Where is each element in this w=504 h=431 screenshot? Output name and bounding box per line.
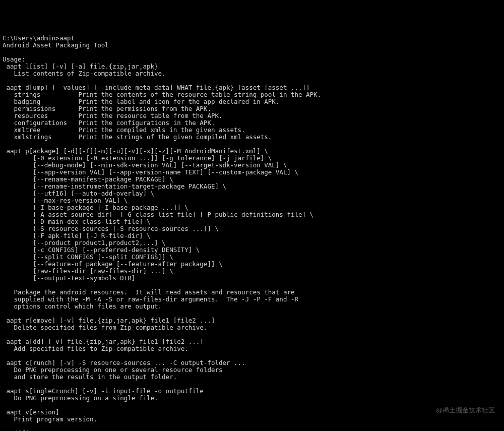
terminal-line: aapt c[runch] [-v] -S resource-sources .…: [3, 359, 501, 366]
terminal-line: configurations Print the configurations …: [3, 119, 501, 127]
terminal-line: [-c CONFIGS] [--preferred-density DENSIT…: [3, 247, 501, 254]
terminal-line: aapt r[emove] [-v] file.{zip,jar,apk} fi…: [3, 317, 501, 324]
terminal-line: aapt l[ist] [-v] [-a] file.{zip,jar,apk}: [3, 63, 501, 70]
terminal-line: [3, 310, 501, 317]
terminal-line: strings Print the contents of the resour…: [3, 91, 501, 98]
terminal-line: aapt a[dd] [-v] file.{zip,jar,apk} file1…: [3, 338, 501, 345]
terminal-line: aapt p[ackage] [-d][-f][-m][-u][-v][-x][…: [3, 148, 501, 155]
terminal-line: aapt d[ump] [--values] [--include-meta-d…: [3, 84, 501, 91]
terminal-line: xmltree Print the compiled xmls in the g…: [3, 127, 501, 134]
terminal-line: [--output-text-symbols DIR]: [3, 275, 501, 282]
terminal-line: List contents of Zip-compatible archive.: [3, 70, 501, 77]
terminal-line: [--debug-mode] [--min-sdk-version VAL] […: [3, 162, 501, 169]
terminal-line: [-0 extension [-0 extension ...]] [-g to…: [3, 155, 501, 162]
watermark: @稀土掘金技术社区: [436, 407, 495, 414]
terminal-line: [-F apk-file] [-J R-file-dir] \: [3, 232, 501, 239]
terminal-line: Print program version.: [3, 416, 501, 423]
terminal-line: aapt v[ersion]: [3, 409, 501, 416]
terminal-line: [3, 331, 501, 338]
terminal-line: [3, 282, 501, 289]
terminal-line: Do PNG preprocessing on a single file.: [3, 395, 501, 402]
terminal-line: [3, 381, 501, 388]
terminal-line: resources Print the resource table from …: [3, 112, 501, 119]
terminal-line: Do PNG preprocessing on one or several r…: [3, 366, 501, 374]
terminal-line: permissions Print the permissions from t…: [3, 105, 501, 112]
terminal-line: Package the android resources. It will r…: [3, 289, 501, 296]
terminal-line: [-D main-dex-class-list-file] \: [3, 218, 501, 225]
terminal-output: C:\Users\admin>aaptAndroid Asset Packagi…: [0, 35, 504, 432]
terminal-line: [--utf16] [--auto-add-overlay] \: [3, 190, 501, 197]
terminal-line: [--split CONFIGS [--split CONFIGS]] \: [3, 254, 501, 261]
terminal-line: [--app-version VAL] [--app-version-name …: [3, 169, 501, 176]
terminal-line: xmlstrings Print the strings of the give…: [3, 134, 501, 141]
terminal-line: [--max-res-version VAL] \: [3, 197, 501, 204]
terminal-line: [3, 423, 501, 430]
terminal-line: [3, 141, 501, 148]
terminal-line: [3, 77, 501, 84]
terminal-line: [--feature-of package [--feature-after p…: [3, 261, 501, 268]
terminal-line: [raw-files-dir [raw-files-dir] ...] \: [3, 268, 501, 275]
terminal-line: [--rename-instrumentation-target-package…: [3, 183, 501, 190]
terminal-line: [--rename-manifest-package PACKAGE] \: [3, 176, 501, 183]
terminal-line: [--product product1,product2,...] \: [3, 239, 501, 247]
terminal-line: and store the results in the output fold…: [3, 374, 501, 381]
terminal-line: [-I base-package [-I base-package ...]] …: [3, 204, 501, 211]
terminal-line: Add specified files to Zip-compatible ar…: [3, 345, 501, 352]
terminal-line: aapt s[ingleCrunch] [-v] -i input-file -…: [3, 388, 501, 395]
terminal-line: [-S resource-sources [-S resource-source…: [3, 225, 501, 232]
terminal-line: [3, 352, 501, 359]
terminal-line: badging Print the label and icon for the…: [3, 98, 501, 105]
terminal-line: [3, 402, 501, 409]
terminal-line: Usage:: [3, 56, 501, 63]
terminal-line: C:\Users\admin>aapt: [3, 35, 501, 42]
terminal-line: Android Asset Packaging Tool: [3, 42, 501, 49]
terminal-line: options control which files are output.: [3, 303, 501, 310]
terminal-line: supplied with the -M -A -S or raw-files-…: [3, 296, 501, 303]
terminal-line: [-A asset-source-dir] [-G class-list-fil…: [3, 211, 501, 218]
terminal-line: [3, 49, 501, 56]
terminal-line: Delete specified files from Zip-compatib…: [3, 324, 501, 331]
